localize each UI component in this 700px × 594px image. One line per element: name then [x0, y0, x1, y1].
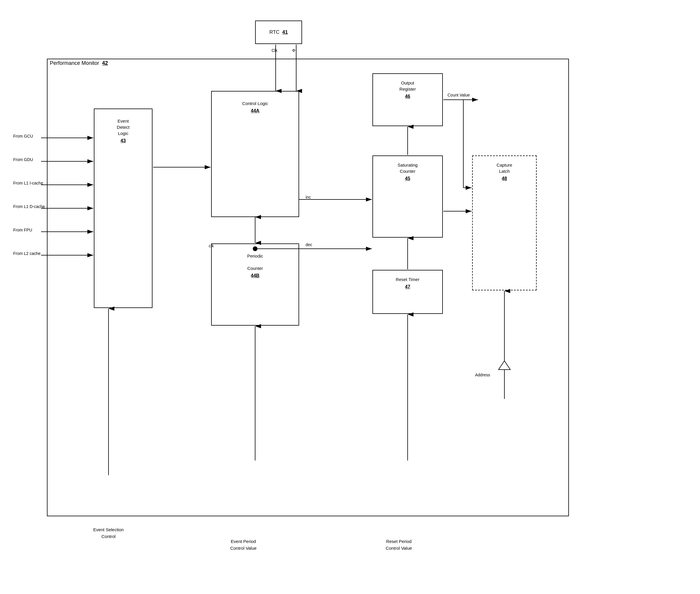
- diagram-container: RTC 41 Performance Monitor 42 EventDetec…: [12, 12, 686, 581]
- signal-clk-lower: clk: [209, 243, 214, 248]
- input-from-l1-dcache: From L1 D-cache: [13, 204, 45, 209]
- signal-inc: inc: [306, 195, 311, 199]
- bottom-event-period: Event PeriodControl Value: [214, 538, 273, 552]
- signal-phi: Φ: [292, 48, 295, 53]
- bottom-event-selection: Event SelectionControl: [79, 527, 138, 540]
- input-from-l2-cache: From L2 cache: [13, 251, 40, 256]
- periodic-counter-box: PeriodicCounter 44B: [211, 243, 299, 326]
- event-detect-number: 43: [121, 138, 126, 143]
- periodic-counter-label: PeriodicCounter: [247, 253, 263, 271]
- input-from-fpu: From FPU: [13, 228, 32, 232]
- capture-latch-box: CaptureLatch 48: [472, 156, 537, 290]
- output-address: Address: [475, 372, 490, 377]
- capture-latch-label: CaptureLatch: [497, 162, 512, 174]
- output-register-number: 46: [405, 94, 410, 99]
- rtc-box: RTC 41: [255, 21, 302, 44]
- saturating-counter-number: 45: [405, 176, 410, 181]
- signal-clk: Clk: [272, 48, 277, 53]
- bottom-reset-period: Reset PeriodControl Value: [364, 538, 434, 552]
- saturating-counter-box: SaturatingCounter 45: [372, 156, 443, 238]
- reset-timer-box: Reset Timer 47: [372, 270, 443, 314]
- event-detect-label: EventDetectLogic: [117, 118, 129, 136]
- control-logic-number: 44A: [251, 108, 259, 113]
- input-from-gdu: From GDU: [13, 157, 33, 162]
- control-logic-label: Control Logic: [242, 100, 268, 106]
- event-detect-box: EventDetectLogic 43: [94, 108, 153, 308]
- perf-monitor-label: Performance Monitor 42: [50, 60, 108, 66]
- periodic-counter-number: 44B: [251, 273, 259, 278]
- output-register-box: OutputRegister 46: [372, 73, 443, 126]
- output-count-value: Count Value: [447, 93, 470, 97]
- capture-latch-number: 48: [502, 176, 507, 181]
- reset-timer-label: Reset Timer: [396, 276, 420, 283]
- rtc-label: RTC 41: [269, 29, 288, 35]
- input-from-gcu: From GCU: [13, 134, 33, 138]
- reset-timer-number: 47: [405, 284, 410, 290]
- output-register-label: OutputRegister: [399, 80, 416, 92]
- signal-dec: dec: [306, 242, 312, 247]
- input-from-l1-icache: From L1 I-cache: [13, 181, 43, 186]
- rtc-number: 41: [282, 29, 288, 35]
- control-logic-box: Control Logic 44A: [211, 91, 299, 217]
- saturating-counter-label: SaturatingCounter: [398, 162, 418, 174]
